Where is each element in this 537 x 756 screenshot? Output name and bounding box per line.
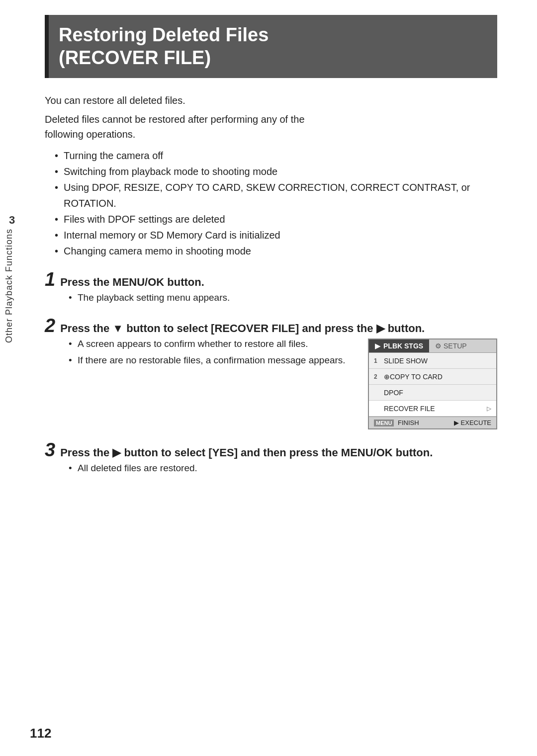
header-title: Restoring Deleted Files (RECOVER FILE): [59, 24, 485, 69]
list-item: Switching from playback mode to shooting…: [55, 164, 497, 179]
step-3-header: 3 Press the ▶ button to select [YES] and…: [45, 440, 497, 461]
step-3-title: Press the ▶ button to select [YES] and t…: [60, 445, 433, 461]
menu-row-arrow: ▷: [487, 405, 491, 412]
menu-row-label-dpof: DPOF: [384, 389, 403, 397]
step-3-content: All deleted files are restored.: [69, 461, 497, 476]
menu-tab-plbk: ▶ PLBK STGS: [369, 339, 429, 352]
menu-tab-label: PLBK STGS: [383, 342, 423, 350]
step-2-body: A screen appears to confirm whether to r…: [45, 336, 497, 429]
list-item: Internal memory or SD Memory Card is ini…: [55, 227, 497, 243]
menu-setup-icon: ⚙: [435, 342, 442, 350]
menu-key-label: MENU: [374, 420, 394, 426]
step-2: 2 Press the ▼ button to select [RECOVER …: [45, 316, 497, 429]
step-1-number: 1: [45, 270, 55, 289]
sidebar-number: 3: [9, 214, 15, 227]
menu-header: ▶ PLBK STGS ⚙ SETUP: [369, 339, 496, 353]
step-2-title: Press the ▼ button to select [RECOVER FI…: [60, 321, 425, 336]
menu-row-dpof: DPOF: [369, 385, 496, 401]
menu-row-label-recover: RECOVER FILE: [384, 405, 435, 413]
menu-tab-icon: ▶: [375, 342, 380, 350]
menu-row-label-copy: ⊕COPY TO CARD: [384, 373, 443, 381]
step-3-bullet-1: All deleted files are restored.: [69, 461, 497, 476]
bullet-list: Turning the camera off Switching from pl…: [55, 148, 497, 259]
menu-row-num-1: 1: [374, 357, 381, 364]
step-2-header: 2 Press the ▼ button to select [RECOVER …: [45, 316, 497, 336]
intro-line2: Deleted files cannot be restored after p…: [45, 112, 497, 142]
menu-row-slideshow: 1 SLIDE SHOW: [369, 353, 496, 369]
page: 3 Other Playback Functions Restoring Del…: [0, 0, 537, 756]
step-1-bullet-1: The playback setting menu appears.: [69, 290, 497, 305]
menu-tab-setup: ⚙ SETUP: [429, 339, 473, 352]
step-3: 3 Press the ▶ button to select [YES] and…: [45, 440, 497, 476]
header-box: Restoring Deleted Files (RECOVER FILE): [45, 15, 497, 78]
menu-footer: MENU FINISH ▶ EXECUTE: [369, 417, 496, 428]
list-item: Turning the camera off: [55, 148, 497, 164]
step-2-number: 2: [45, 316, 55, 335]
menu-items: 1 SLIDE SHOW 2 ⊕COPY TO CARD DPOF: [369, 353, 496, 417]
sidebar-label: Other Playback Functions: [4, 229, 14, 343]
menu-execute-label: ▶ EXECUTE: [454, 419, 491, 426]
list-item: Files with DPOF settings are deleted: [55, 211, 497, 227]
step-1-header: 1 Press the MENU/OK button.: [45, 270, 497, 290]
step-2-bullet-1: A screen appears to confirm whether to r…: [69, 336, 358, 351]
menu-footer-left: MENU FINISH: [374, 419, 419, 426]
menu-row-copy: 2 ⊕COPY TO CARD: [369, 369, 496, 385]
menu-row-label-slideshow: SLIDE SHOW: [384, 357, 428, 365]
main-content: Restoring Deleted Files (RECOVER FILE) Y…: [30, 0, 527, 501]
sidebar: 3 Other Playback Functions: [0, 0, 30, 756]
step-2-bullet-2: If there are no restorable files, a conf…: [69, 353, 358, 368]
step-1-title: Press the MENU/OK button.: [60, 275, 204, 290]
list-item: Using DPOF, RESIZE, COPY TO CARD, SKEW C…: [55, 179, 497, 211]
camera-menu-screenshot: ▶ PLBK STGS ⚙ SETUP 1 SLIDE SHOW: [368, 338, 497, 429]
intro-line1: You can restore all deleted files.: [45, 93, 497, 108]
menu-finish-label: FINISH: [398, 419, 419, 426]
menu-setup-label: SETUP: [444, 342, 467, 350]
step-3-number: 3: [45, 440, 55, 459]
page-number: 112: [30, 726, 51, 741]
header-title-line1: Restoring Deleted Files: [59, 24, 268, 45]
header-title-line2: (RECOVER FILE): [59, 47, 211, 68]
menu-row-num-2: 2: [374, 373, 381, 380]
step-1: 1 Press the MENU/OK button. The playback…: [45, 270, 497, 305]
step-1-content: The playback setting menu appears.: [69, 290, 497, 305]
list-item: Changing camera memo in shooting mode: [55, 243, 497, 259]
menu-row-recover: RECOVER FILE ▷: [369, 401, 496, 417]
step-2-text: A screen appears to confirm whether to r…: [69, 336, 358, 369]
